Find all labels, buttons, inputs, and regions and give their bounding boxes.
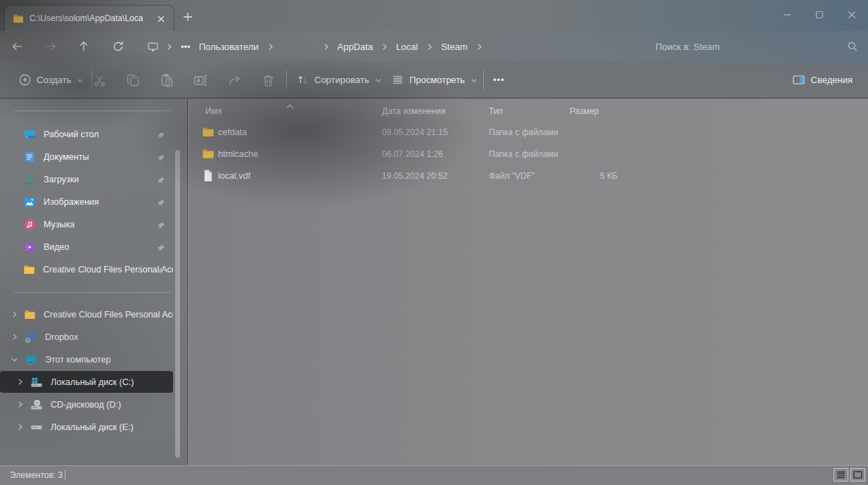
- new-button[interactable]: Создать: [18, 62, 84, 98]
- breadcrumb: ••• Пользователи AppData Local Steam: [144, 31, 487, 62]
- drive-c-icon: [30, 375, 43, 389]
- pin-icon: [156, 129, 166, 141]
- dropbox-icon: [24, 330, 37, 344]
- breadcrumb-chevron-icon[interactable]: [472, 41, 487, 53]
- breadcrumb-chevron-icon[interactable]: [422, 41, 437, 53]
- cut-button[interactable]: [90, 71, 108, 89]
- more-options-button[interactable]: •••: [493, 62, 505, 98]
- chevron-right-icon: [165, 42, 174, 51]
- chevron-right-icon[interactable]: [10, 332, 20, 341]
- search-input[interactable]: [654, 41, 847, 53]
- sidebar-item-desktop[interactable]: Рабочий стол: [0, 123, 173, 145]
- view-button[interactable]: Просмотреть: [391, 62, 478, 98]
- file-row[interactable]: htmlcache 06.07.2024 1:26 Папка с файлам…: [194, 143, 860, 165]
- file-date: 08.05.2024 21:15: [382, 121, 447, 143]
- rename-button[interactable]: [191, 71, 210, 89]
- cut-icon: [92, 73, 107, 88]
- large-icons-view-icon: [853, 471, 862, 479]
- sidebar-item-downloads[interactable]: Загрузки: [0, 168, 173, 190]
- chevron-down-icon: [76, 76, 84, 84]
- column-header-name[interactable]: Имя: [205, 104, 222, 118]
- column-header-size[interactable]: Размер: [570, 104, 599, 118]
- minimize-icon: [783, 11, 791, 19]
- share-button[interactable]: [225, 71, 243, 89]
- view-label: Просмотреть: [409, 75, 465, 85]
- chevron-right-icon[interactable]: [10, 310, 19, 319]
- sidebar-item-pictures[interactable]: Изображения: [0, 191, 173, 213]
- tab-bar: C:\Users\solom\AppData\Loca: [0, 0, 868, 32]
- breadcrumb-overflow-button[interactable]: •••: [177, 39, 195, 55]
- breadcrumb-chevron-icon[interactable]: [319, 41, 333, 53]
- up-button[interactable]: [73, 37, 94, 56]
- sidebar-item-drive-e[interactable]: Локальный диск (E:): [0, 416, 173, 438]
- sidebar-divider: [14, 111, 170, 111]
- file-icon: [201, 169, 215, 182]
- sidebar-item-label: Музыка: [44, 220, 75, 229]
- chevron-right-icon: [321, 42, 331, 51]
- sidebar-item-dropbox[interactable]: Dropbox: [0, 326, 173, 348]
- breadcrumb-chevron-icon[interactable]: [162, 41, 177, 53]
- sidebar-item-label: Видео: [44, 242, 70, 252]
- address-bar: ••• Пользователи AppData Local Steam: [0, 31, 868, 63]
- search-icon: [847, 41, 858, 52]
- chevron-down-icon[interactable]: [10, 355, 20, 364]
- file-row[interactable]: local.vdf 19.05.2024 20:52 Файл "VDF" 5 …: [194, 165, 860, 187]
- new-tab-button[interactable]: [180, 8, 196, 25]
- sidebar-item-creative-cloud[interactable]: Creative Cloud Files Personal Accoun: [0, 303, 173, 325]
- details-view-button[interactable]: [834, 468, 848, 481]
- sidebar-item-creative-cloud-pinned[interactable]: Creative Cloud Files Personal Accc: [0, 258, 173, 280]
- search-box: [654, 37, 858, 56]
- chevron-right-icon[interactable]: [15, 400, 25, 409]
- sidebar-item-cd-drive-d[interactable]: CD-дисковод (D:): [0, 393, 173, 415]
- sidebar-item-this-pc[interactable]: Этот компьютер: [0, 348, 173, 370]
- details-pane-button[interactable]: Сведения: [788, 62, 857, 98]
- sidebar-item-videos[interactable]: Видео: [0, 236, 173, 258]
- paste-button[interactable]: [158, 71, 176, 89]
- sidebar-item-documents[interactable]: Документы: [0, 146, 173, 168]
- column-header-date[interactable]: Дата изменения: [382, 104, 445, 118]
- sidebar-scrollbar[interactable]: [175, 150, 180, 458]
- breadcrumb-appdata[interactable]: AppData: [333, 39, 378, 55]
- sidebar-item-drive-c[interactable]: Локальный диск (C:): [0, 371, 173, 393]
- rename-icon: [193, 73, 208, 88]
- sidebar-item-music[interactable]: Музыка: [0, 213, 173, 235]
- chevron-right-icon: [266, 42, 275, 51]
- back-button[interactable]: [7, 37, 28, 56]
- close-window-button[interactable]: [836, 0, 868, 30]
- explorer-tab[interactable]: C:\Users\solom\AppData\Loca: [4, 5, 174, 31]
- sidebar-item-label: Локальный диск (C:): [51, 377, 134, 387]
- chevron-right-icon[interactable]: [15, 377, 25, 386]
- tab-close-button[interactable]: [155, 12, 167, 25]
- breadcrumb-local[interactable]: Local: [392, 39, 422, 55]
- breadcrumb-users[interactable]: Пользователи: [195, 39, 263, 55]
- breadcrumb-chevron-icon[interactable]: [377, 41, 392, 53]
- breadcrumb-this-pc-button[interactable]: [144, 39, 162, 54]
- toolbar-divider: [286, 70, 287, 89]
- minimize-button[interactable]: [771, 0, 803, 30]
- file-type: Папка с файлами: [489, 121, 559, 143]
- video-icon: [23, 240, 36, 253]
- file-explorer-window: C:\Users\solom\AppData\Loca: [0, 0, 868, 485]
- forward-button[interactable]: [40, 37, 61, 56]
- sort-icon: [296, 73, 309, 87]
- refresh-button[interactable]: [108, 37, 129, 56]
- items-count: Элементов: 3: [10, 470, 63, 480]
- copy-button[interactable]: [124, 71, 142, 89]
- downloads-icon: [23, 172, 36, 186]
- sort-button[interactable]: Сортировать: [296, 62, 383, 98]
- sidebar-item-label: Creative Cloud Files Personal Accoun: [44, 310, 173, 320]
- chevron-right-icon: [425, 42, 434, 51]
- delete-button[interactable]: [259, 71, 277, 89]
- sidebar-divider: [14, 292, 170, 293]
- breadcrumb-steam[interactable]: Steam: [437, 39, 472, 55]
- toolbar-divider: [483, 70, 484, 89]
- chevron-right-icon[interactable]: [15, 422, 25, 432]
- maximize-button[interactable]: [803, 0, 836, 30]
- file-row[interactable]: cefdata 08.05.2024 21:15 Папка с файлами: [194, 121, 860, 143]
- large-icons-view-button[interactable]: [850, 468, 865, 481]
- chevron-right-icon: [380, 42, 389, 51]
- navigation-pane: Рабочий стол Документы Загрузки: [0, 99, 188, 466]
- chevron-right-icon: [475, 42, 484, 51]
- breadcrumb-chevron-icon[interactable]: [263, 41, 278, 53]
- column-header-type[interactable]: Тип: [489, 104, 503, 118]
